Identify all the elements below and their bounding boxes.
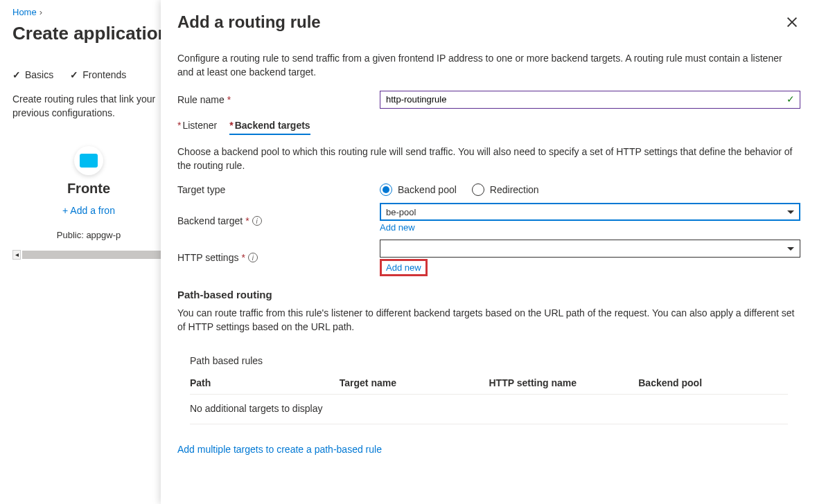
- select-value: be-pool: [386, 207, 416, 217]
- close-icon[interactable]: [787, 17, 798, 28]
- horizontal-scrollbar[interactable]: ◂: [12, 250, 165, 260]
- col-path: Path: [190, 377, 340, 388]
- chevron-down-icon: [787, 247, 794, 251]
- add-frontend-link[interactable]: + Add a fron: [12, 205, 165, 216]
- add-new-http-settings[interactable]: Add new: [380, 259, 428, 276]
- radio-label: Backend pool: [398, 184, 457, 195]
- tab-listener[interactable]: *Listener: [177, 120, 217, 135]
- step-basics[interactable]: ✓ Basics: [12, 69, 53, 80]
- frontend-ip-line: Public: appgw-p: [12, 230, 165, 240]
- blade-tabs: *Listener *Backend targets: [177, 120, 800, 135]
- checkmark-icon: ✓: [787, 93, 795, 105]
- backend-target-select[interactable]: be-pool: [380, 203, 800, 221]
- backend-target-label: Backend target * i: [177, 203, 380, 226]
- backend-targets-desc: Choose a backend pool to which this rout…: [177, 145, 800, 173]
- frontends-card: Fronte + Add a fron Public: appgw-p ◂: [12, 139, 165, 260]
- radio-label: Redirection: [490, 184, 539, 195]
- step-frontends[interactable]: ✓ Frontends: [70, 69, 126, 80]
- col-http-setting: HTTP setting name: [489, 377, 639, 388]
- chevron-down-icon: [787, 210, 794, 214]
- frontends-heading: Fronte: [12, 181, 165, 197]
- http-settings-select[interactable]: [380, 240, 800, 258]
- routing-rule-blade: Add a routing rule Configure a routing r…: [161, 0, 817, 504]
- target-type-label: Target type: [177, 184, 380, 195]
- path-routing-heading: Path-based routing: [177, 289, 800, 300]
- http-settings-label: HTTP settings * i: [177, 240, 380, 263]
- breadcrumb-home[interactable]: Home: [12, 7, 37, 17]
- add-new-backend-target[interactable]: Add new: [380, 222, 415, 233]
- step-label: Frontends: [82, 69, 126, 80]
- radio-backend-pool[interactable]: Backend pool: [380, 183, 457, 196]
- rule-name-input[interactable]: [380, 91, 800, 109]
- check-icon: ✓: [12, 69, 21, 80]
- blade-intro: Configure a routing rule to send traffic…: [177, 51, 800, 80]
- info-icon[interactable]: i: [248, 253, 258, 262]
- chevron-right-icon: ›: [39, 7, 42, 17]
- path-routing-desc: You can route traffic from this rule's l…: [177, 306, 800, 334]
- wizard-description: Create routing rules that link your prev…: [12, 93, 172, 120]
- target-type-radios: Backend pool Redirection: [380, 183, 800, 196]
- step-label: Basics: [25, 69, 53, 80]
- radio-redirection[interactable]: Redirection: [472, 183, 539, 196]
- path-rules-table: Path based rules Path Target name HTTP s…: [177, 345, 800, 424]
- blade-title: Add a routing rule: [177, 12, 321, 32]
- tab-backend-targets[interactable]: *Backend targets: [229, 120, 310, 135]
- col-target-name: Target name: [340, 377, 489, 388]
- check-icon: ✓: [70, 69, 78, 80]
- info-icon[interactable]: i: [252, 216, 262, 226]
- rule-name-label: Rule name *: [177, 94, 380, 105]
- col-backend-pool: Backend pool: [638, 377, 788, 388]
- path-rules-title: Path based rules: [190, 355, 788, 366]
- path-rules-empty: No additional targets to display: [190, 395, 788, 424]
- add-multiple-targets-link[interactable]: Add multiple targets to create a path-ba…: [177, 444, 800, 455]
- frontend-icon: [74, 146, 103, 175]
